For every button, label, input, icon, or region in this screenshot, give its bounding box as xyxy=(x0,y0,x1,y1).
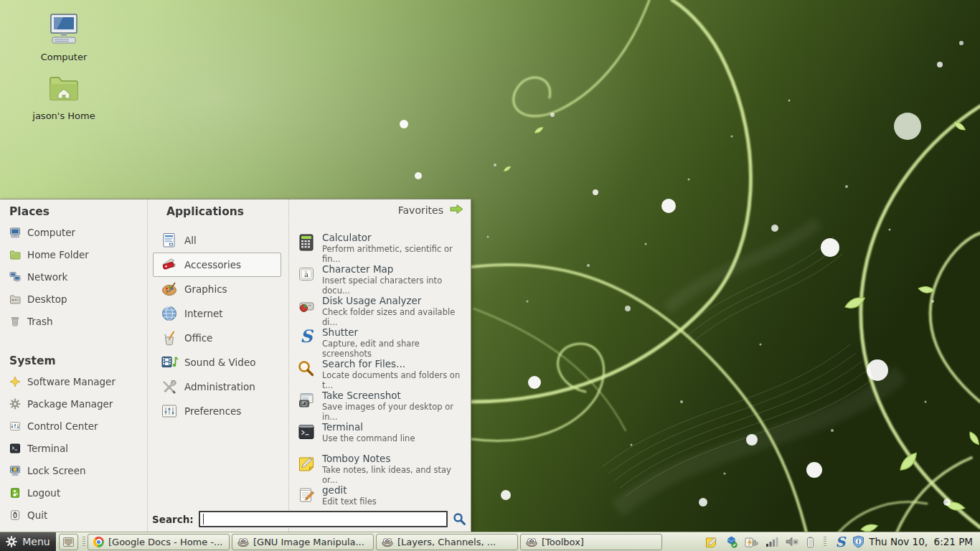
system-item-software-manager[interactable]: Software Manager xyxy=(0,370,147,392)
sound-video-icon xyxy=(161,354,178,371)
app-description: Take notes, link ideas, and stay or... xyxy=(322,465,468,485)
app-title: Take Screenshot xyxy=(322,389,468,402)
volume-muted-tray-icon[interactable] xyxy=(786,536,799,547)
app-item-shutter[interactable]: S ShutterCapture, edit and share screens… xyxy=(294,326,468,357)
window-button-label: [Toolbox] xyxy=(542,537,584,547)
app-description: Edit text files xyxy=(322,496,377,507)
system-tray: S xyxy=(705,535,865,548)
app-title: Shutter xyxy=(322,326,468,339)
system-item-label: Lock Screen xyxy=(27,465,86,476)
category-preferences[interactable]: Preferences xyxy=(153,399,281,423)
category-label: Sound & Video xyxy=(184,357,255,368)
places-item-label: Desktop xyxy=(27,293,67,305)
search-input[interactable] xyxy=(199,511,448,527)
app-item-character-map[interactable]: à Character MapInsert special characters… xyxy=(294,263,468,294)
category-sound-video[interactable]: Sound & Video xyxy=(153,350,281,375)
home-folder-desktop-icon xyxy=(46,72,82,109)
system-item-label: Logout xyxy=(27,487,60,499)
desktop: Computer jason's Home Places Computer xyxy=(0,0,980,551)
logout-icon xyxy=(9,487,21,499)
desktop-icon-computer[interactable]: Computer xyxy=(32,11,96,62)
update-shield-tray-icon[interactable] xyxy=(852,535,864,548)
favorites-button[interactable]: Favorites xyxy=(398,204,464,217)
search-magnifier-icon[interactable] xyxy=(453,512,466,526)
window-button-label: [GNU Image Manipula... xyxy=(253,537,364,547)
app-item-disk-usage-analyzer[interactable]: Disk Usage AnalyzerCheck folder sizes an… xyxy=(294,294,468,326)
places-item-computer[interactable]: Computer xyxy=(0,221,147,243)
all-categories-icon xyxy=(161,232,178,249)
home-folder-icon xyxy=(9,249,21,260)
app-description: Perform arithmetic, scientific or fin... xyxy=(322,244,468,264)
network-signal-tray-icon[interactable] xyxy=(765,536,778,547)
category-administration[interactable]: Administration xyxy=(153,375,281,399)
app-title: Disk Usage Analyzer xyxy=(322,294,468,307)
system-item-quit[interactable]: Quit xyxy=(0,504,147,526)
trash-icon xyxy=(9,316,21,327)
taskbar-window-gimp[interactable]: [GNU Image Manipula... xyxy=(232,534,374,550)
places-item-network[interactable]: Network xyxy=(0,265,147,288)
system-item-control-center[interactable]: Control Center xyxy=(0,415,147,437)
app-description: Save images of your desktop or in... xyxy=(322,402,468,422)
taskbar-window-google-docs[interactable]: [Google Docs - Home -... xyxy=(88,534,230,550)
preferences-icon xyxy=(161,402,178,420)
battery-tray-icon[interactable] xyxy=(806,536,814,548)
dropbox-tray-icon[interactable] xyxy=(725,536,738,548)
window-button-label: [Google Docs - Home -... xyxy=(108,537,223,547)
app-description: Use the command line xyxy=(322,433,415,443)
system-item-label: Package Manager xyxy=(27,398,113,410)
power-manager-tray-icon[interactable] xyxy=(745,536,758,548)
taskbar-window-toolbox[interactable]: [Toolbox] xyxy=(520,534,662,550)
places-item-label: Network xyxy=(27,271,67,283)
chrome-icon xyxy=(93,537,104,547)
gedit-icon xyxy=(297,486,316,504)
mint-menu: Places Computer Home Folder Network Desk… xyxy=(0,199,471,532)
category-internet[interactable]: Internet xyxy=(153,301,281,326)
places-item-home-folder[interactable]: Home Folder xyxy=(0,243,147,265)
app-item-tomboy-notes[interactable]: Tomboy NotesTake notes, link ideas, and … xyxy=(294,452,468,484)
category-label: Graphics xyxy=(184,283,227,295)
system-section: System Software Manager Package Manager … xyxy=(0,349,147,526)
app-text: TerminalUse the command line xyxy=(322,420,415,443)
menu-button[interactable]: Menu xyxy=(0,532,56,551)
system-item-label: Quit xyxy=(27,509,47,521)
app-title: Terminal xyxy=(322,420,415,433)
category-accessories[interactable]: Accessories xyxy=(153,253,281,277)
places-item-label: Computer xyxy=(27,227,75,238)
category-all[interactable]: All xyxy=(153,228,281,253)
show-desktop-button[interactable] xyxy=(59,534,78,550)
category-graphics[interactable]: Graphics xyxy=(153,277,281,301)
lock-screen-icon xyxy=(9,465,21,476)
window-button-label: [Layers, Channels, ... xyxy=(397,537,496,547)
computer-desktop-icon xyxy=(46,11,82,50)
calculator-icon xyxy=(297,233,316,252)
places-item-trash[interactable]: Trash xyxy=(0,310,147,332)
app-item-calculator[interactable]: CalculatorPerform arithmetic, scientific… xyxy=(294,231,468,263)
system-item-logout[interactable]: Logout xyxy=(0,481,147,504)
category-office[interactable]: Office xyxy=(153,326,281,350)
svg-text:à: à xyxy=(304,270,308,278)
favorites-arrow-icon xyxy=(449,204,464,217)
tomboy-note-tray-icon[interactable] xyxy=(705,536,718,548)
app-item-take-screenshot[interactable]: Take ScreenshotSave images of your deskt… xyxy=(294,389,468,420)
search-row: Search: xyxy=(152,509,466,529)
app-text: Tomboy NotesTake notes, link ideas, and … xyxy=(322,452,468,485)
app-text: Character MapInsert special characters i… xyxy=(322,263,468,296)
favorites-label: Favorites xyxy=(398,204,443,216)
desktop-icon-jasons-home[interactable]: jason's Home xyxy=(32,72,96,121)
taskbar-window-layers-channels[interactable]: [Layers, Channels, ... xyxy=(376,534,518,550)
shutter-tray-icon[interactable]: S xyxy=(836,536,846,548)
places-item-label: Home Folder xyxy=(27,249,89,260)
apps-list: CalculatorPerform arithmetic, scientific… xyxy=(294,231,468,515)
category-label: Preferences xyxy=(184,405,241,417)
clock[interactable]: Thu Nov 10, 6:21 PM xyxy=(864,536,980,547)
app-item-terminal[interactable]: TerminalUse the command line xyxy=(294,420,468,452)
app-description: Insert special characters into docu... xyxy=(322,276,468,296)
system-item-terminal[interactable]: Terminal xyxy=(0,437,147,459)
places-item-desktop[interactable]: Desktop xyxy=(0,288,147,310)
system-item-lock-screen[interactable]: Lock Screen xyxy=(0,459,147,481)
system-item-package-manager[interactable]: Package Manager xyxy=(0,392,147,415)
category-label: Internet xyxy=(184,308,223,319)
tomboy-notes-icon xyxy=(297,454,316,473)
app-text: CalculatorPerform arithmetic, scientific… xyxy=(322,231,468,264)
app-item-search-for-files[interactable]: Search for Files...Locate documents and … xyxy=(294,357,468,389)
